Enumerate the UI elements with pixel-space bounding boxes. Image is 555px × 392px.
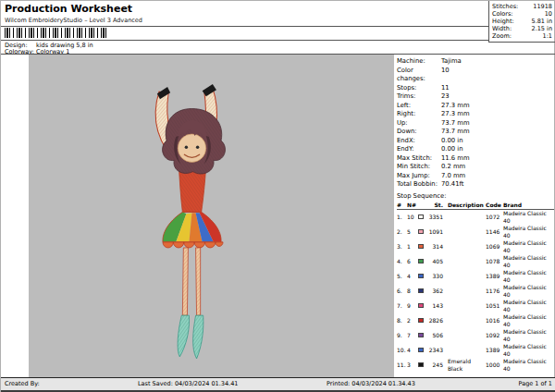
swatch-cell xyxy=(418,302,427,310)
machine-info-value: 27.3 mm xyxy=(441,102,470,111)
summary-row: Colors:10 xyxy=(492,10,552,18)
machine-info-label: Max Jump: xyxy=(397,172,441,181)
machine-info-row: Max Jump:7.0 mm xyxy=(397,172,554,181)
machine-info-label: Left: xyxy=(397,102,441,111)
thread-brand: Madeira Classic 40 xyxy=(503,210,554,225)
needle-number: 4 xyxy=(407,347,418,354)
machine-info-value: 73.7 mm xyxy=(441,119,470,129)
thread-brand: Madeira Classic 40 xyxy=(503,358,554,373)
thread-code: 1072 xyxy=(486,214,503,221)
thread-color-swatch xyxy=(418,229,424,234)
stitch-count: 245 xyxy=(427,361,445,369)
left-eye xyxy=(185,145,188,148)
stop-sequence-row: 9.75061092Madeira Classic 40 xyxy=(397,328,554,343)
divider xyxy=(1,40,488,41)
table-body: 1.1033511072Madeira Classic 402.51091114… xyxy=(397,210,554,373)
swatch-cell xyxy=(418,361,427,369)
machine-info-label: Color changes: xyxy=(397,67,441,84)
table-header: #N#St.DescriptionCodeBrand xyxy=(397,201,554,210)
thread-color-swatch xyxy=(418,274,424,278)
divider xyxy=(1,26,488,27)
stitch-count: 314 xyxy=(427,243,445,251)
column-header: Description xyxy=(445,201,486,209)
stop-sequence-title: Stop Sequence: xyxy=(397,192,554,201)
stitch-count: 143 xyxy=(427,302,445,310)
needle-number: 1 xyxy=(407,243,418,251)
thread-code: 1069 xyxy=(486,243,503,251)
stop-index: 7. xyxy=(397,302,407,310)
stop-index: 10. xyxy=(397,347,407,354)
barcode xyxy=(5,28,108,38)
thread-code: 1016 xyxy=(486,317,503,325)
printed-label: Printed: 04/03/2024 01.34.43 xyxy=(327,380,415,387)
needle-number: 5 xyxy=(407,228,418,236)
machine-info-value: 27.3 mm xyxy=(441,110,470,119)
stop-index: 9. xyxy=(397,332,407,339)
stitch-count: 2343 xyxy=(427,347,445,354)
swatch-cell xyxy=(418,258,427,265)
machine-info-label: EndY: xyxy=(397,145,441,154)
summary-value: 5.81 in xyxy=(532,18,552,25)
machine-info-value: 0.00 in xyxy=(441,137,463,146)
summary-value: 11918 xyxy=(533,3,552,10)
summary-label: Height: xyxy=(492,18,514,25)
created-by-label: Created By: xyxy=(5,380,40,387)
stitch-count: 362 xyxy=(427,288,445,295)
column-header: Brand xyxy=(503,201,554,209)
thread-color-swatch xyxy=(418,362,424,367)
thread-code: 1389 xyxy=(486,273,503,280)
machine-info-row: EndY:0.00 in xyxy=(397,145,554,154)
thread-color-swatch xyxy=(418,303,424,308)
stop-index: 8. xyxy=(397,317,407,325)
production-worksheet-page: Production Worksheet Wilcom EmbroiderySt… xyxy=(0,0,555,392)
machine-info-value: 23 xyxy=(441,92,450,102)
stop-sequence-row: 5.43301389Madeira Classic 40 xyxy=(397,269,554,284)
needle-number: 7 xyxy=(407,332,418,339)
summary-value: 2.15 in xyxy=(532,25,552,32)
thread-brand: Madeira Classic 40 xyxy=(503,239,554,254)
summary-row: Height:5.81 in xyxy=(492,18,552,25)
machine-info-row: Color changes:10 xyxy=(397,67,554,84)
machine-info-row: Right:27.3 mm xyxy=(397,110,554,119)
stop-sequence-row: 3.13141069Madeira Classic 40 xyxy=(397,239,554,254)
embroidery-design-ballerina xyxy=(132,80,253,362)
stop-sequence-row: 6.83621176Madeira Classic 40 xyxy=(397,284,554,299)
design-canvas xyxy=(29,55,394,377)
thread-brand: Madeira Classic 40 xyxy=(503,313,554,328)
machine-info-value: 10 xyxy=(441,67,450,84)
stitch-count: 506 xyxy=(427,332,445,339)
needle-number: 8 xyxy=(407,288,418,295)
stitch-count: 3351 xyxy=(427,214,445,221)
swatch-cell xyxy=(418,347,427,354)
app-subtitle: Wilcom EmbroideryStudio – Level 3 Advanc… xyxy=(5,17,142,24)
machine-info-label: Trims: xyxy=(397,92,441,102)
stop-index: 1. xyxy=(397,214,407,221)
stop-sequence-row: 11.3245Emerald Black1000Madeira Classic … xyxy=(397,358,554,373)
machine-info-label: Right: xyxy=(397,110,441,119)
machine-info-list: Machine:TajimaColor changes:10Stops:11Tr… xyxy=(397,57,554,190)
summary-label: Zoom: xyxy=(492,32,512,40)
stop-sequence-row: 4.64051078Madeira Classic 40 xyxy=(397,254,554,269)
shoes xyxy=(178,315,204,359)
needle-number: 9 xyxy=(407,302,418,310)
stop-index: 3. xyxy=(397,243,407,251)
needle-number: 2 xyxy=(407,317,418,325)
summary-value: 10 xyxy=(545,10,552,18)
needle-number: 3 xyxy=(407,361,418,369)
machine-info-label: Machine: xyxy=(397,57,441,67)
legs xyxy=(182,248,200,315)
stop-index: 11. xyxy=(397,361,407,369)
stop-sequence-row: 7.91431051Madeira Classic 40 xyxy=(397,299,554,313)
stitch-count: 330 xyxy=(427,273,445,280)
machine-info-row: EndX:0.00 in xyxy=(397,137,554,146)
column-header: N# xyxy=(407,201,418,209)
stop-index: 5. xyxy=(397,273,407,280)
summary-row: Zoom:1:1 xyxy=(492,32,552,40)
needle-number: 4 xyxy=(407,273,418,280)
thread-color-swatch xyxy=(418,214,424,219)
thread-brand: Madeira Classic 40 xyxy=(503,284,554,299)
thread-code: 1078 xyxy=(486,258,503,265)
column-header: # xyxy=(397,201,407,209)
thread-code: 1092 xyxy=(486,332,503,339)
swatch-cell xyxy=(418,273,427,280)
